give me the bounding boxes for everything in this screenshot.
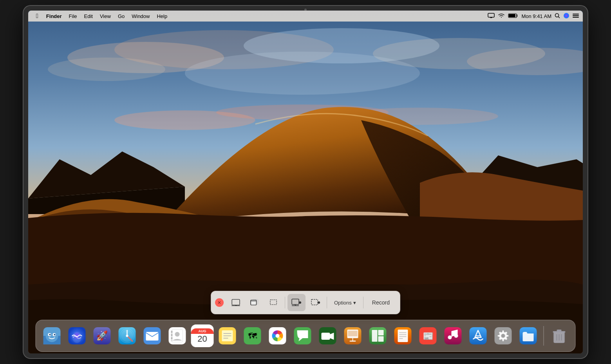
toolbar-divider-1 (285, 297, 285, 308)
svg-rect-90 (378, 336, 384, 342)
datetime-display[interactable]: Mon 9:41 AM (521, 13, 551, 19)
dock-item-appstore[interactable] (467, 324, 490, 347)
svg-rect-109 (498, 335, 500, 337)
svg-point-41 (318, 301, 320, 304)
battery-icon[interactable] (508, 13, 518, 20)
siri-icon[interactable] (563, 13, 569, 20)
svg-rect-89 (378, 330, 384, 335)
options-chevron: ▾ (353, 300, 356, 306)
screenshot-toolbar: Options ▾ Record (211, 291, 400, 314)
notification-center-icon[interactable] (573, 13, 579, 20)
svg-rect-88 (372, 330, 378, 342)
view-menu[interactable]: View (97, 13, 114, 20)
file-menu[interactable]: File (66, 13, 80, 20)
dock-item-photos[interactable] (266, 324, 289, 347)
record-selection-button[interactable] (306, 294, 324, 311)
svg-rect-23 (573, 14, 579, 14)
svg-point-45 (46, 330, 58, 342)
apple-menu[interactable]:  (32, 12, 42, 20)
svg-point-6 (48, 58, 165, 81)
window-menu[interactable]: Window (128, 13, 153, 20)
toolbar-divider-2 (327, 297, 327, 308)
svg-rect-92 (398, 330, 408, 342)
svg-point-66 (171, 331, 173, 333)
svg-point-101 (454, 334, 458, 338)
dock-item-notes[interactable] (216, 324, 239, 347)
dock-item-keynote[interactable] (342, 324, 364, 347)
svg-rect-118 (557, 330, 562, 332)
svg-rect-107 (503, 330, 504, 333)
svg-point-37 (299, 301, 301, 304)
svg-rect-61 (146, 332, 159, 341)
capture-screen-button[interactable] (227, 294, 245, 311)
record-button[interactable]: Record (366, 297, 396, 308)
calendar-icon-content: AUG 20 (191, 324, 214, 347)
toolbar-close-button[interactable] (215, 298, 224, 307)
dock-item-launchpad[interactable]: 🚀 (91, 324, 114, 347)
record-screen-button[interactable] (287, 294, 306, 311)
menubar:  Finder File Edit View Go Window Help (28, 11, 583, 22)
dock-separator (544, 326, 544, 346)
options-button[interactable]: Options ▾ (329, 297, 361, 308)
record-label: Record (372, 299, 390, 306)
search-icon[interactable] (555, 13, 560, 20)
dock-item-news[interactable]: 📰 (417, 324, 439, 347)
dock-item-maps[interactable]: 🗺 (241, 324, 264, 347)
edit-menu[interactable]: Edit (81, 13, 96, 20)
dock-item-trash[interactable] (548, 324, 571, 347)
dock-item-calendar[interactable]: AUG 20 (191, 324, 214, 347)
svg-rect-110 (506, 335, 509, 337)
laptop-frame:  Finder File Edit View Go Window Help (24, 6, 588, 358)
capture-selection-button[interactable] (264, 294, 282, 311)
dock-item-files[interactable] (517, 324, 540, 347)
dock-item-siri[interactable] (66, 324, 89, 347)
svg-rect-80 (322, 333, 330, 340)
dock-item-messages[interactable] (291, 324, 314, 347)
dock-item-mail[interactable] (141, 324, 164, 347)
toolbar-divider-3 (363, 297, 363, 308)
svg-point-100 (448, 335, 452, 339)
capture-window-button[interactable] (246, 294, 264, 311)
svg-point-22 (564, 13, 569, 18)
menubar-left:  Finder File Edit View Go Window Help (32, 12, 170, 20)
svg-text:🗺: 🗺 (248, 331, 257, 341)
svg-rect-85 (350, 341, 356, 342)
svg-rect-28 (232, 299, 240, 305)
svg-rect-108 (503, 339, 504, 341)
help-menu[interactable]: Help (154, 13, 170, 20)
svg-rect-40 (311, 299, 318, 305)
finder-menu[interactable]: Finder (43, 13, 65, 20)
svg-point-48 (49, 334, 51, 335)
wifi-icon[interactable] (498, 13, 505, 20)
dock-item-safari[interactable] (116, 324, 139, 347)
svg-rect-33 (251, 300, 256, 305)
dock-item-finder[interactable] (41, 324, 63, 347)
calendar-month: AUG (191, 328, 214, 334)
airplay-icon[interactable] (488, 13, 495, 20)
svg-point-106 (501, 334, 505, 338)
svg-point-64 (175, 332, 180, 337)
menubar-right: Mon 9:41 AM (488, 13, 579, 20)
calendar-day: 20 (197, 334, 207, 343)
svg-rect-35 (270, 300, 277, 305)
svg-point-7 (185, 52, 420, 95)
dock-item-contacts[interactable] (166, 324, 189, 347)
dock-item-pages[interactable] (392, 324, 414, 347)
svg-line-21 (559, 16, 560, 18)
go-menu[interactable]: Go (115, 13, 128, 20)
svg-rect-16 (488, 13, 494, 17)
svg-rect-86 (348, 331, 358, 336)
dock-item-numbers[interactable] (367, 324, 389, 347)
svg-point-20 (555, 13, 559, 17)
svg-rect-87 (369, 327, 387, 344)
svg-rect-36 (292, 299, 299, 305)
svg-rect-19 (509, 14, 515, 17)
svg-point-59 (126, 335, 128, 337)
options-label: Options (334, 300, 352, 306)
dock-item-music[interactable] (442, 324, 465, 347)
svg-rect-24 (573, 15, 579, 16)
svg-point-67 (171, 334, 173, 336)
svg-rect-25 (573, 17, 579, 18)
dock-item-facetime[interactable] (316, 324, 339, 347)
dock-item-systemprefs[interactable] (492, 324, 515, 347)
